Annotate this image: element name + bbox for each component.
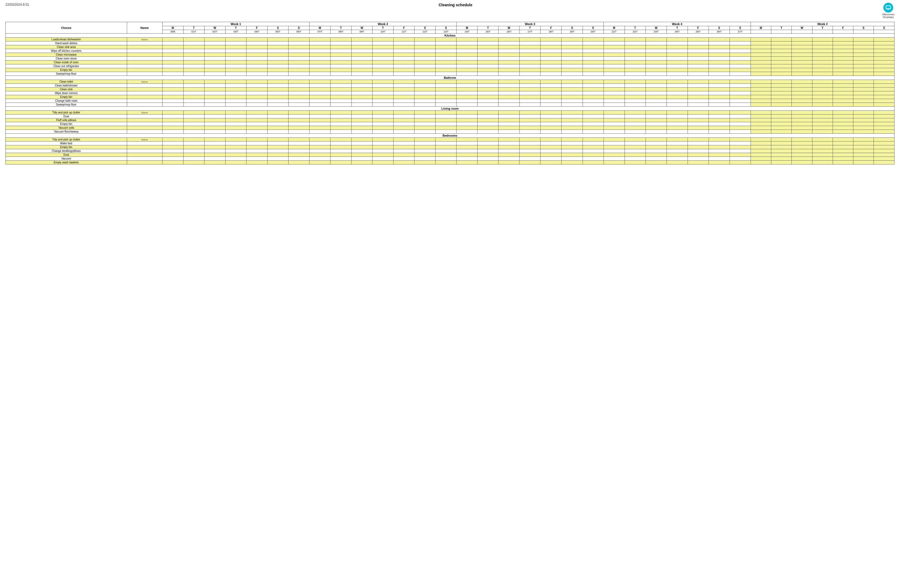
day-cell[interactable]: [520, 57, 540, 61]
day-cell[interactable]: [498, 118, 520, 122]
day-cell[interactable]: [540, 115, 562, 118]
day-cell[interactable]: [583, 141, 604, 145]
day-cell[interactable]: [625, 103, 646, 107]
day-cell[interactable]: [562, 80, 583, 84]
day-cell[interactable]: [792, 80, 812, 84]
day-cell[interactable]: [204, 84, 225, 88]
day-cell[interactable]: [625, 95, 646, 99]
day-cell[interactable]: [646, 122, 667, 126]
day-cell[interactable]: [394, 153, 414, 157]
day-cell[interactable]: [225, 103, 246, 107]
day-cell[interactable]: [372, 130, 394, 133]
day-cell[interactable]: [646, 115, 667, 118]
day-cell[interactable]: [562, 130, 583, 133]
day-cell[interactable]: [414, 141, 436, 145]
day-cell[interactable]: [309, 115, 330, 118]
day-cell[interactable]: [874, 61, 895, 64]
day-cell[interactable]: [351, 92, 372, 95]
day-cell[interactable]: [751, 84, 771, 88]
day-cell[interactable]: [562, 149, 583, 153]
day-cell[interactable]: [309, 149, 330, 153]
day-cell[interactable]: [394, 103, 414, 107]
day-cell[interactable]: [604, 53, 625, 57]
day-cell[interactable]: [183, 161, 204, 164]
day-cell[interactable]: [204, 157, 225, 161]
day-cell[interactable]: [183, 95, 204, 99]
day-cell[interactable]: [267, 130, 288, 133]
day-cell[interactable]: [812, 92, 833, 95]
day-cell[interactable]: [394, 42, 414, 45]
day-cell[interactable]: [330, 118, 351, 122]
day-cell[interactable]: [562, 118, 583, 122]
day-cell[interactable]: [583, 145, 604, 149]
day-cell[interactable]: [414, 103, 436, 107]
day-cell[interactable]: [288, 88, 309, 92]
day-cell[interactable]: [351, 99, 372, 103]
day-cell[interactable]: [771, 38, 792, 42]
day-cell[interactable]: [625, 138, 646, 141]
day-cell[interactable]: [687, 115, 709, 118]
day-cell[interactable]: [540, 61, 562, 64]
day-cell[interactable]: [351, 161, 372, 164]
day-cell[interactable]: [414, 72, 436, 76]
day-cell[interactable]: [520, 141, 540, 145]
day-cell[interactable]: [456, 64, 478, 68]
day-cell[interactable]: [833, 72, 853, 76]
day-cell[interactable]: [646, 80, 667, 84]
day-cell[interactable]: [874, 138, 895, 141]
day-cell[interactable]: [330, 111, 351, 115]
day-cell[interactable]: [646, 84, 667, 88]
day-cell[interactable]: [394, 157, 414, 161]
day-cell[interactable]: [478, 84, 498, 88]
day-cell[interactable]: [436, 64, 456, 68]
day-cell[interactable]: [498, 88, 520, 92]
day-cell[interactable]: [394, 95, 414, 99]
day-cell[interactable]: [771, 64, 792, 68]
day-cell[interactable]: [498, 111, 520, 115]
day-cell[interactable]: [540, 42, 562, 45]
day-cell[interactable]: [225, 84, 246, 88]
day-cell[interactable]: [771, 72, 792, 76]
day-cell[interactable]: [330, 103, 351, 107]
day-cell[interactable]: [436, 45, 456, 49]
day-cell[interactable]: [771, 88, 792, 92]
day-cell[interactable]: [414, 95, 436, 99]
day-cell[interactable]: [288, 92, 309, 95]
day-cell[interactable]: [874, 153, 895, 157]
day-cell[interactable]: [874, 42, 895, 45]
day-cell[interactable]: [604, 99, 625, 103]
day-cell[interactable]: [874, 157, 895, 161]
day-cell[interactable]: [309, 122, 330, 126]
day-cell[interactable]: [204, 126, 225, 130]
day-cell[interactable]: [583, 53, 604, 57]
day-cell[interactable]: [436, 99, 456, 103]
day-cell[interactable]: [771, 149, 792, 153]
day-cell[interactable]: [687, 126, 709, 130]
day-cell[interactable]: [394, 145, 414, 149]
day-cell[interactable]: [604, 157, 625, 161]
day-cell[interactable]: [162, 161, 183, 164]
day-cell[interactable]: [456, 99, 478, 103]
day-cell[interactable]: [646, 45, 667, 49]
day-cell[interactable]: [583, 130, 604, 133]
day-cell[interactable]: [562, 161, 583, 164]
day-cell[interactable]: [436, 138, 456, 141]
day-cell[interactable]: [372, 53, 394, 57]
day-cell[interactable]: [330, 49, 351, 53]
day-cell[interactable]: [498, 99, 520, 103]
day-cell[interactable]: [687, 64, 709, 68]
day-cell[interactable]: [709, 157, 729, 161]
day-cell[interactable]: [687, 53, 709, 57]
day-cell[interactable]: [414, 88, 436, 92]
day-cell[interactable]: [394, 80, 414, 84]
day-cell[interactable]: [456, 141, 478, 145]
day-cell[interactable]: [812, 49, 833, 53]
day-cell[interactable]: [456, 115, 478, 118]
day-cell[interactable]: [225, 130, 246, 133]
day-cell[interactable]: [183, 153, 204, 157]
day-cell[interactable]: [833, 42, 853, 45]
day-cell[interactable]: [625, 53, 646, 57]
day-cell[interactable]: [520, 80, 540, 84]
day-cell[interactable]: [183, 157, 204, 161]
day-cell[interactable]: [330, 157, 351, 161]
